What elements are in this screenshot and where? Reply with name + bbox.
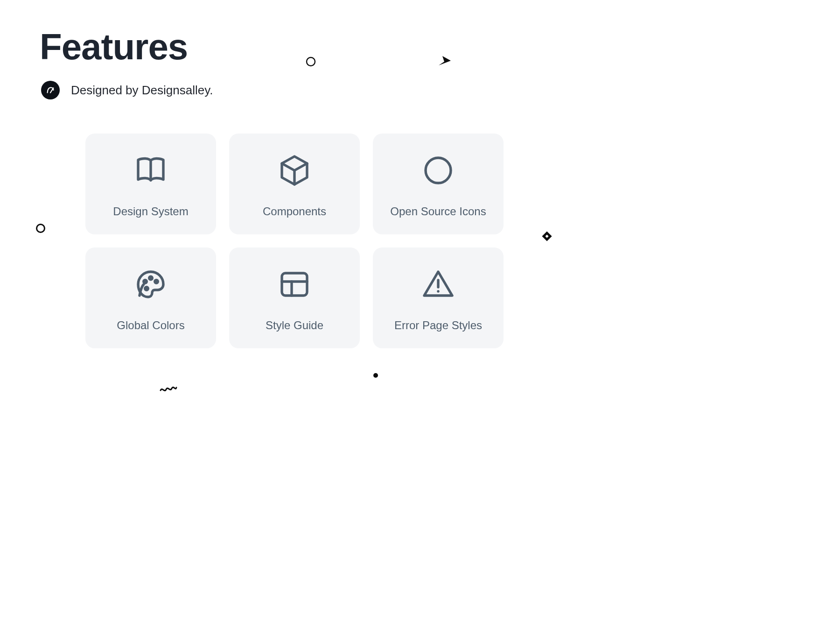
subtitle-text: Designed by Designsalley. bbox=[71, 83, 213, 98]
deco-cursor-icon bbox=[438, 55, 452, 67]
book-icon bbox=[134, 154, 168, 187]
card-label: Design System bbox=[113, 205, 188, 218]
feature-grid: Design System Components Open Source Ico… bbox=[85, 134, 504, 348]
warning-icon bbox=[421, 268, 455, 301]
svg-point-12 bbox=[307, 57, 315, 66]
card-style-guide[interactable]: Style Guide bbox=[229, 247, 360, 348]
card-global-colors[interactable]: Global Colors bbox=[85, 247, 216, 348]
cube-icon bbox=[278, 154, 311, 187]
card-label: Global Colors bbox=[117, 319, 184, 332]
svg-rect-15 bbox=[544, 233, 550, 240]
card-label: Components bbox=[263, 205, 326, 218]
page-title: Features bbox=[40, 26, 188, 68]
deco-squiggle-icon bbox=[160, 383, 177, 395]
brand-badge-icon bbox=[41, 81, 60, 99]
palette-icon bbox=[134, 268, 168, 301]
layout-icon bbox=[278, 268, 311, 301]
page: Features Designed by Designsalley. Desig… bbox=[0, 0, 588, 444]
svg-rect-7 bbox=[282, 273, 307, 296]
svg-point-4 bbox=[149, 276, 153, 280]
svg-marker-13 bbox=[439, 56, 451, 65]
card-open-source-icons[interactable]: Open Source Icons bbox=[373, 134, 504, 234]
card-components[interactable]: Components bbox=[229, 134, 360, 234]
circle-icon bbox=[421, 154, 455, 187]
deco-circle-outline-icon bbox=[305, 56, 316, 67]
svg-point-14 bbox=[37, 225, 45, 233]
deco-diamond-icon bbox=[540, 230, 553, 243]
svg-point-6 bbox=[145, 287, 148, 290]
subtitle-row: Designed by Designsalley. bbox=[41, 81, 213, 99]
card-label: Error Page Styles bbox=[394, 319, 482, 332]
card-error-page-styles[interactable]: Error Page Styles bbox=[373, 247, 504, 348]
deco-circle-outline-icon bbox=[35, 223, 46, 234]
deco-dot-icon bbox=[373, 373, 378, 378]
svg-point-2 bbox=[426, 158, 451, 183]
svg-point-16 bbox=[373, 373, 378, 378]
card-design-system[interactable]: Design System bbox=[85, 134, 216, 234]
svg-point-5 bbox=[155, 280, 158, 283]
svg-point-3 bbox=[144, 280, 147, 283]
card-label: Open Source Icons bbox=[390, 205, 486, 218]
card-label: Style Guide bbox=[266, 319, 323, 332]
svg-point-11 bbox=[437, 290, 439, 292]
